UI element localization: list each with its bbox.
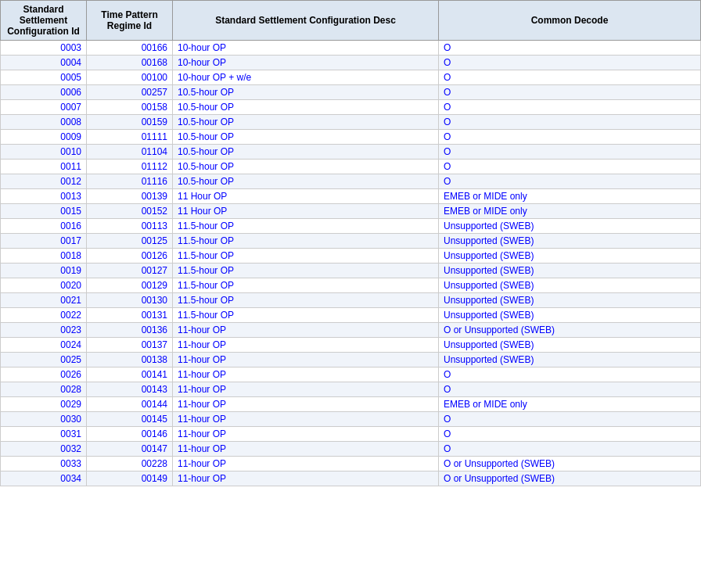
cell-config-desc: 11.5-hour OP bbox=[173, 249, 439, 264]
cell-time-pattern: 00257 bbox=[87, 85, 173, 100]
cell-time-pattern: 00100 bbox=[87, 70, 173, 85]
table-row: 00180012611.5-hour OPUnsupported (SWEB) bbox=[1, 249, 701, 264]
cell-config-id: 0028 bbox=[1, 382, 87, 397]
table-row: 00080015910.5-hour OPO bbox=[1, 115, 701, 130]
table-row: 00170012511.5-hour OPUnsupported (SWEB) bbox=[1, 234, 701, 249]
cell-time-pattern: 00168 bbox=[87, 56, 173, 70]
cell-config-desc: 11-hour OP bbox=[173, 471, 439, 486]
table-row: 00340014911-hour OPO or Unsupported (SWE… bbox=[1, 471, 701, 486]
cell-config-desc: 11.5-hour OP bbox=[173, 234, 439, 249]
cell-config-id: 0013 bbox=[1, 189, 87, 204]
header-row: Standard Settlement Configuration Id Tim… bbox=[1, 1, 701, 41]
cell-config-desc: 10.5-hour OP bbox=[173, 115, 439, 130]
table-row: 00160011311.5-hour OPUnsupported (SWEB) bbox=[1, 219, 701, 234]
cell-time-pattern: 00130 bbox=[87, 293, 173, 308]
table-row: 00250013811-hour OPUnsupported (SWEB) bbox=[1, 353, 701, 368]
cell-common-decode: O bbox=[439, 382, 701, 397]
cell-common-decode: O bbox=[439, 70, 701, 85]
cell-time-pattern: 01104 bbox=[87, 145, 173, 160]
cell-time-pattern: 00147 bbox=[87, 442, 173, 457]
cell-time-pattern: 00152 bbox=[87, 204, 173, 219]
table-row: 00300014511-hour OPO bbox=[1, 412, 701, 427]
cell-config-id: 0010 bbox=[1, 145, 87, 160]
table-row: 00190012711.5-hour OPUnsupported (SWEB) bbox=[1, 264, 701, 278]
cell-config-desc: 11-hour OP bbox=[173, 338, 439, 353]
cell-config-id: 0029 bbox=[1, 397, 87, 412]
cell-config-id: 0003 bbox=[1, 41, 87, 56]
table-row: 00150015211 Hour OPEMEB or MIDE only bbox=[1, 204, 701, 219]
table-row: 00260014111-hour OPO bbox=[1, 368, 701, 382]
cell-common-decode: O bbox=[439, 100, 701, 115]
table-row: 00220013111.5-hour OPUnsupported (SWEB) bbox=[1, 308, 701, 323]
cell-config-desc: 10.5-hour OP bbox=[173, 100, 439, 115]
table-row: 00130013911 Hour OPEMEB or MIDE only bbox=[1, 189, 701, 204]
cell-common-decode: O bbox=[439, 145, 701, 160]
cell-time-pattern: 00138 bbox=[87, 353, 173, 368]
table-row: 00230013611-hour OPO or Unsupported (SWE… bbox=[1, 323, 701, 338]
cell-time-pattern: 00166 bbox=[87, 41, 173, 56]
cell-config-desc: 10.5-hour OP bbox=[173, 85, 439, 100]
table-body: 00030016610-hour OPO00040016810-hour OPO… bbox=[1, 41, 701, 486]
cell-common-decode: Unsupported (SWEB) bbox=[439, 249, 701, 264]
cell-config-id: 0011 bbox=[1, 160, 87, 174]
cell-config-id: 0019 bbox=[1, 264, 87, 278]
cell-time-pattern: 00158 bbox=[87, 100, 173, 115]
cell-config-desc: 11.5-hour OP bbox=[173, 219, 439, 234]
cell-config-desc: 11.5-hour OP bbox=[173, 293, 439, 308]
cell-common-decode: Unsupported (SWEB) bbox=[439, 278, 701, 293]
table-row: 00100110410.5-hour OPO bbox=[1, 145, 701, 160]
cell-common-decode: O or Unsupported (SWEB) bbox=[439, 457, 701, 471]
cell-config-id: 0007 bbox=[1, 100, 87, 115]
cell-common-decode: EMEB or MIDE only bbox=[439, 204, 701, 219]
cell-config-id: 0034 bbox=[1, 471, 87, 486]
cell-time-pattern: 00149 bbox=[87, 471, 173, 486]
cell-time-pattern: 00141 bbox=[87, 368, 173, 382]
cell-common-decode: Unsupported (SWEB) bbox=[439, 308, 701, 323]
cell-config-desc: 10-hour OP bbox=[173, 41, 439, 56]
table-row: 00070015810.5-hour OPO bbox=[1, 100, 701, 115]
cell-config-id: 0033 bbox=[1, 457, 87, 471]
cell-config-desc: 11-hour OP bbox=[173, 368, 439, 382]
cell-time-pattern: 00127 bbox=[87, 264, 173, 278]
cell-config-id: 0024 bbox=[1, 338, 87, 353]
cell-time-pattern: 00113 bbox=[87, 219, 173, 234]
cell-time-pattern: 00143 bbox=[87, 382, 173, 397]
cell-time-pattern: 01111 bbox=[87, 130, 173, 145]
cell-config-desc: 11-hour OP bbox=[173, 457, 439, 471]
cell-config-desc: 10.5-hour OP bbox=[173, 145, 439, 160]
table-row: 00280014311-hour OPO bbox=[1, 382, 701, 397]
cell-config-desc: 10-hour OP + w/e bbox=[173, 70, 439, 85]
cell-config-desc: 11-hour OP bbox=[173, 353, 439, 368]
header-config-desc: Standard Settlement Configuration Desc bbox=[173, 1, 439, 41]
cell-config-desc: 10-hour OP bbox=[173, 56, 439, 70]
cell-config-desc: 11-hour OP bbox=[173, 323, 439, 338]
cell-common-decode: Unsupported (SWEB) bbox=[439, 219, 701, 234]
table-row: 00330022811-hour OPO or Unsupported (SWE… bbox=[1, 457, 701, 471]
table-row: 00320014711-hour OPO bbox=[1, 442, 701, 457]
cell-config-desc: 11-hour OP bbox=[173, 382, 439, 397]
settlement-table: Standard Settlement Configuration Id Tim… bbox=[0, 0, 701, 486]
header-config-id: Standard Settlement Configuration Id bbox=[1, 1, 87, 41]
table-row: 00110111210.5-hour OPO bbox=[1, 160, 701, 174]
cell-common-decode: O bbox=[439, 56, 701, 70]
table-row: 00240013711-hour OPUnsupported (SWEB) bbox=[1, 338, 701, 353]
cell-config-id: 0008 bbox=[1, 115, 87, 130]
cell-common-decode: O bbox=[439, 427, 701, 442]
cell-time-pattern: 00129 bbox=[87, 278, 173, 293]
cell-config-id: 0018 bbox=[1, 249, 87, 264]
cell-common-decode: Unsupported (SWEB) bbox=[439, 338, 701, 353]
table-row: 00210013011.5-hour OPUnsupported (SWEB) bbox=[1, 293, 701, 308]
table-row: 00040016810-hour OPO bbox=[1, 56, 701, 70]
cell-time-pattern: 00146 bbox=[87, 427, 173, 442]
cell-common-decode: O bbox=[439, 85, 701, 100]
header-time-pattern: Time Pattern Regime Id bbox=[87, 1, 173, 41]
cell-time-pattern: 00159 bbox=[87, 115, 173, 130]
cell-common-decode: Unsupported (SWEB) bbox=[439, 293, 701, 308]
table-row: 00030016610-hour OPO bbox=[1, 41, 701, 56]
cell-common-decode: EMEB or MIDE only bbox=[439, 397, 701, 412]
table-row: 00090111110.5-hour OPO bbox=[1, 130, 701, 145]
cell-config-desc: 11 Hour OP bbox=[173, 189, 439, 204]
cell-config-id: 0016 bbox=[1, 219, 87, 234]
table-row: 00200012911.5-hour OPUnsupported (SWEB) bbox=[1, 278, 701, 293]
cell-time-pattern: 01112 bbox=[87, 160, 173, 174]
